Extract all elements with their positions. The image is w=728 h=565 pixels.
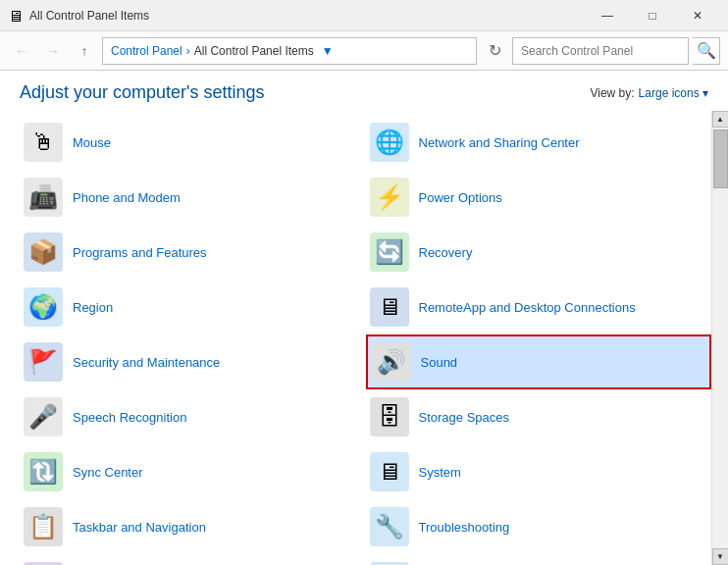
maximize-button[interactable]: □ — [630, 0, 675, 31]
sync-icon: 🔃 — [24, 452, 63, 491]
grid-item-programs[interactable]: 📦 Programs and Features — [20, 225, 366, 280]
search-input[interactable] — [512, 37, 689, 65]
title-bar: 🖥 All Control Panel Items — □ ✕ — [0, 0, 728, 31]
window-controls: — □ ✕ — [585, 0, 720, 31]
grid-item-defender[interactable]: 🛡 Windows Defender Firewall — [366, 554, 712, 565]
storage-icon: 🗄 — [370, 397, 409, 437]
sync-label[interactable]: Sync Center — [73, 465, 143, 480]
items-grid: 🖱 Mouse 🌐 Network and Sharing Center 📠 P… — [0, 111, 711, 565]
recovery-label[interactable]: Recovery — [419, 245, 473, 260]
grid-item-security[interactable]: 🚩 Security and Maintenance — [20, 334, 366, 389]
grid-item-phone[interactable]: 📠 Phone and Modem — [20, 170, 366, 225]
main-area: Adjust your computer's settings View by:… — [0, 71, 728, 565]
breadcrumb-root[interactable]: Control Panel — [111, 44, 182, 58]
region-icon: 🌍 — [24, 287, 63, 327]
search-icon[interactable]: 🔍 — [693, 37, 720, 65]
grid-item-sound[interactable]: 🔊 Sound — [366, 334, 712, 389]
grid-item-sync[interactable]: 🔃 Sync Center — [20, 444, 366, 499]
items-container: 🖱 Mouse 🌐 Network and Sharing Center 📠 P… — [0, 111, 728, 565]
refresh-button[interactable]: ↻ — [481, 37, 508, 65]
breadcrumb-separator: › — [186, 44, 190, 58]
remoteapp-icon: 🖥 — [370, 287, 409, 327]
grid-item-power[interactable]: ⚡ Power Options — [366, 170, 712, 225]
network-label[interactable]: Network and Sharing Center — [419, 135, 580, 150]
recovery-icon: 🔄 — [370, 232, 409, 272]
grid-item-mouse[interactable]: 🖱 Mouse — [20, 115, 366, 170]
mouse-label[interactable]: Mouse — [73, 135, 111, 150]
taskbar-label[interactable]: Taskbar and Navigation — [73, 520, 206, 535]
breadcrumb-current: All Control Panel Items — [194, 44, 314, 58]
view-by-control: View by: Large icons ▾ — [590, 86, 708, 100]
close-button[interactable]: ✕ — [675, 0, 720, 31]
grid-item-network[interactable]: 🌐 Network and Sharing Center — [366, 115, 712, 170]
grid-item-system[interactable]: 🖥 System — [366, 444, 712, 499]
speech-label[interactable]: Speech Recognition — [73, 410, 186, 425]
forward-button[interactable]: → — [39, 37, 67, 65]
address-bar: ← → ↑ Control Panel › All Control Panel … — [0, 31, 728, 71]
sound-label[interactable]: Sound — [421, 355, 458, 370]
system-label[interactable]: System — [419, 465, 461, 480]
power-label[interactable]: Power Options — [419, 190, 502, 205]
grid-item-user[interactable]: 👥 User Accounts — [20, 554, 366, 565]
grid-item-remoteapp[interactable]: 🖥 RemoteApp and Desktop Connections — [366, 280, 712, 334]
phone-icon: 📠 — [24, 178, 63, 217]
scroll-down-button[interactable]: ▼ — [712, 548, 729, 565]
content-header: Adjust your computer's settings View by:… — [0, 71, 728, 111]
trouble-icon: 🔧 — [370, 507, 409, 546]
up-button[interactable]: ↑ — [71, 37, 98, 65]
grid-item-trouble[interactable]: 🔧 Troubleshooting — [366, 499, 712, 554]
trouble-label[interactable]: Troubleshooting — [419, 520, 510, 535]
grid-item-region[interactable]: 🌍 Region — [20, 280, 366, 334]
grid-item-storage[interactable]: 🗄 Storage Spaces — [366, 389, 712, 444]
phone-label[interactable]: Phone and Modem — [73, 190, 181, 205]
window-title: All Control Panel Items — [29, 9, 585, 23]
scroll-up-button[interactable]: ▲ — [712, 111, 729, 128]
security-label[interactable]: Security and Maintenance — [73, 355, 220, 370]
region-label[interactable]: Region — [73, 300, 113, 315]
window-icon: 🖥 — [8, 8, 24, 24]
remoteapp-label[interactable]: RemoteApp and Desktop Connections — [419, 300, 636, 315]
speech-icon: 🎤 — [24, 397, 63, 437]
back-button[interactable]: ← — [8, 37, 35, 65]
grid-item-taskbar[interactable]: 📋 Taskbar and Navigation — [20, 499, 366, 554]
scroll-thumb[interactable] — [713, 129, 728, 188]
minimize-button[interactable]: — — [585, 0, 630, 31]
sound-icon: 🔊 — [372, 342, 411, 382]
mouse-icon: 🖱 — [24, 123, 63, 162]
grid-item-speech[interactable]: 🎤 Speech Recognition — [20, 389, 366, 444]
breadcrumb-bar[interactable]: Control Panel › All Control Panel Items … — [102, 37, 477, 65]
breadcrumb-dropdown[interactable]: ▼ — [322, 44, 334, 58]
programs-icon: 📦 — [24, 232, 63, 272]
page-title: Adjust your computer's settings — [20, 82, 265, 103]
taskbar-icon: 📋 — [24, 507, 63, 546]
scrollbar[interactable]: ▲ ▼ — [711, 111, 728, 565]
system-icon: 🖥 — [370, 452, 409, 491]
storage-label[interactable]: Storage Spaces — [419, 410, 510, 425]
grid-item-recovery[interactable]: 🔄 Recovery — [366, 225, 712, 280]
security-icon: 🚩 — [24, 342, 63, 382]
programs-label[interactable]: Programs and Features — [73, 245, 207, 260]
view-by-label: View by: — [590, 86, 634, 100]
view-by-value[interactable]: Large icons ▾ — [639, 86, 708, 100]
network-icon: 🌐 — [370, 123, 409, 162]
power-icon: ⚡ — [370, 178, 409, 217]
